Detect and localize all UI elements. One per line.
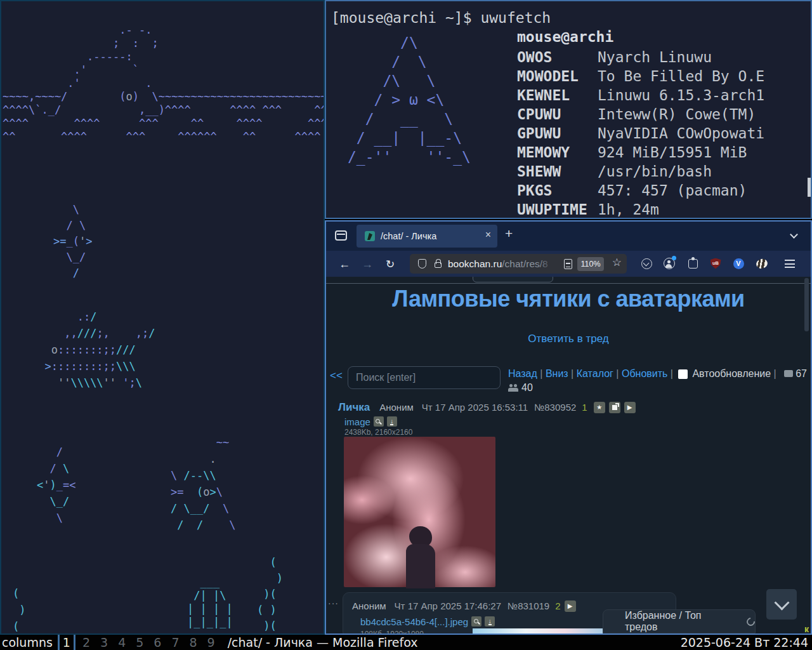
workspace-tag-6[interactable]: 6 <box>148 635 166 650</box>
uwufetch-info-row: SHEWW/usr/bin/bash <box>517 162 764 181</box>
pocket-icon <box>641 258 652 269</box>
small-fish-right: \ / \ >=_('> \_/ / <box>53 202 92 281</box>
water-surface-swan: .- -. ; : ; .-----: .' ` .' . ~~~~,~~~~/… <box>3 23 325 143</box>
thread-nav-links: Назад | Вниз | Каталог | Обновить <box>508 368 667 380</box>
divider <box>326 283 811 284</box>
pages-back-link[interactable]: << <box>330 369 343 382</box>
uwufetch-user-host: mouse@archi <box>517 29 613 45</box>
post-number[interactable]: №831019 <box>508 600 549 611</box>
workspace-tag-3[interactable]: 3 <box>95 635 113 650</box>
search-input[interactable] <box>348 366 501 389</box>
vpn-extension-button[interactable]: V <box>731 256 746 271</box>
post-number[interactable]: №830952 <box>534 402 576 413</box>
lock-icon[interactable] <box>435 262 442 268</box>
post-reply-count: 1 <box>582 402 587 413</box>
shell-prompt: [mouse@archi ~]$ uwufetch <box>331 10 551 26</box>
zoom-level-badge[interactable]: 110% <box>577 257 604 271</box>
navigation-bar: ← → ↻ bookchan.ru/chat/res/8 110% ☆ uB V <box>326 251 811 277</box>
fish-right: ~~ . \ /--\\ >= (o>\ / \__/ \ / / \ <box>171 434 235 533</box>
seaweed-right: ( ) )( ( ) )( <box>257 555 283 634</box>
autoupdate-checkbox[interactable] <box>678 369 688 379</box>
thread-nav-link-4[interactable]: Обновить <box>622 368 667 379</box>
workspace-tag-4[interactable]: 4 <box>113 635 131 650</box>
posting-form-partial[interactable] <box>473 277 553 282</box>
post-image-thumbnail[interactable] <box>344 437 495 587</box>
list-all-tabs-icon[interactable] <box>790 230 798 239</box>
posts-count: 67 <box>796 368 807 380</box>
file-download-button[interactable]: ↓ <box>485 616 495 627</box>
blue-v-icon: V <box>733 258 744 269</box>
page-scrollbar-thumb[interactable] <box>804 278 809 331</box>
big-fish-left: .:/ ,,///;, ,;/ o:::::::;;/// >::::::::;… <box>32 308 155 391</box>
uwufetch-info-row: UWUPTIME1h, 24m <box>517 200 764 219</box>
file-link[interactable]: bb4cdc5a-54b6-4[...].jpeg <box>360 616 468 627</box>
tab-chat[interactable]: /chat/ - Личка × <box>357 225 497 248</box>
file-link[interactable]: image <box>344 416 370 427</box>
privacy-badger-button[interactable] <box>754 256 769 271</box>
url-text[interactable]: bookchan.ru/chat/res/8 <box>448 254 554 274</box>
workspace-tag-2[interactable]: 2 <box>77 635 95 650</box>
file-download-button[interactable]: ↓ <box>387 416 397 427</box>
terminal-uwufetch[interactable]: [mouse@archi ~]$ uwufetch /\ / \ /\ \ / … <box>325 0 812 219</box>
reload-button[interactable]: ↻ <box>382 256 398 272</box>
expand-post-button[interactable]: ▶ <box>565 600 576 612</box>
thread-nav-link-3[interactable]: Каталог <box>577 368 613 379</box>
file-search-button[interactable] <box>374 416 384 427</box>
file-info: 108Кб, 1920x1080 <box>360 630 424 633</box>
refresh-icon[interactable] <box>745 616 756 627</box>
omitted-posts-indicator: ··· <box>328 598 339 608</box>
favorites-label: Избранное / Топ тредов <box>625 610 737 633</box>
url-path: /chat/res/8 <box>502 258 547 269</box>
uwufetch-info-row: CPUWUInteww(R) Cowe(TM) <box>517 105 764 124</box>
autoupdate-label: Автообновление <box>692 368 771 380</box>
expand-post-button[interactable]: ▶ <box>624 402 636 413</box>
uwufetch-info: OWOSNyarch LinuwuMOWODELTo Be Filled By … <box>517 48 764 219</box>
extensions-button[interactable] <box>685 256 700 271</box>
status-bar: columns 123456789 /chat/ - Личка — Mozil… <box>0 635 812 650</box>
file-search-button[interactable] <box>471 616 481 627</box>
pocket-button[interactable] <box>639 256 654 271</box>
scroll-to-bottom-button[interactable] <box>766 589 797 620</box>
workspace-tag-7[interactable]: 7 <box>166 635 184 650</box>
tab-close-icon[interactable]: × <box>485 229 491 241</box>
terminal-asciiquarium[interactable]: .- -. ; : ; .-----: .' ` .' . ~~~~,~~~~/… <box>0 0 325 635</box>
post-datetime: Чт 17 Апр 2025 16:53:11 <box>422 402 528 413</box>
focused-window-title: /chat/ - Личка — Mozilla Firefox <box>228 635 418 649</box>
ublock-extension-button[interactable]: uB <box>708 256 723 271</box>
url-bar[interactable]: bookchan.ru/chat/res/8 110% ☆ <box>410 254 627 274</box>
favorite-post-button[interactable]: ★ <box>594 402 605 413</box>
workspace-tag-5[interactable]: 5 <box>131 635 148 650</box>
favorites-panel[interactable]: Избранное / Топ тредов <box>603 609 756 633</box>
popup-icon <box>612 405 617 410</box>
firefox-window: /chat/ - Личка × + ← → ↻ bookchan.ru/cha… <box>325 220 812 635</box>
bookmark-star-icon[interactable]: ☆ <box>612 256 622 269</box>
reply-post-header: Аноним Чт 17 Апр 2025 17:46:27 №831019 2… <box>352 600 576 612</box>
menu-button[interactable] <box>782 256 797 271</box>
tracking-protection-icon[interactable] <box>418 259 426 269</box>
reply-to-thread-link[interactable]: Ответить в тред <box>326 333 811 345</box>
forward-button[interactable]: → <box>359 256 376 272</box>
desktop: .- -. ; : ; .-----: .' ` .' . ~~~~,~~~~/… <box>0 0 812 650</box>
reader-mode-icon[interactable] <box>564 259 572 269</box>
board-link[interactable]: Личка <box>338 401 370 414</box>
ublock-shield-icon: uB <box>710 258 721 269</box>
post-author: Аноним <box>379 402 414 413</box>
uwufetch-info-row: MEMOWY924 MiB/15951 MiB <box>517 143 764 162</box>
account-button[interactable] <box>662 256 677 271</box>
new-tab-button[interactable]: + <box>505 226 513 241</box>
workspace-tag-1[interactable]: 1 <box>58 635 75 650</box>
file-info: 2438Kb, 2160x2160 <box>344 428 412 437</box>
workspace-tag-8[interactable]: 8 <box>185 635 202 650</box>
posts-count-icon <box>784 370 793 377</box>
firefox-view-icon[interactable] <box>335 230 347 241</box>
workspace-tag-9[interactable]: 9 <box>202 635 220 650</box>
popup-post-button[interactable] <box>609 402 620 413</box>
thread-nav-link-2[interactable]: Вниз <box>546 368 568 379</box>
layout-indicator[interactable]: columns <box>2 635 53 649</box>
back-button[interactable]: ← <box>336 256 353 272</box>
thread-nav-link-1[interactable]: Назад <box>508 368 537 379</box>
url-domain: bookchan.ru <box>448 258 502 269</box>
arch-ascii-logo: /\ / \ /\ \ / > ω <\ / __ \ / __| |__-\ … <box>348 33 471 166</box>
online-count: 40 <box>521 382 533 394</box>
terminal-scrollbar-thumb[interactable] <box>808 178 811 197</box>
